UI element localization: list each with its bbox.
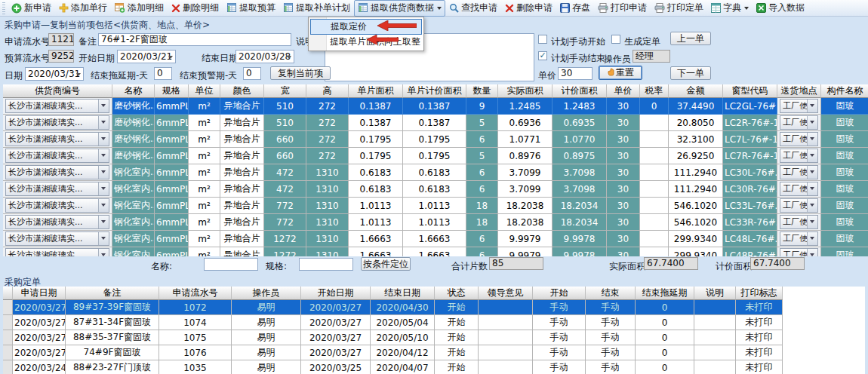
prev-order-button[interactable]: 上一单 [670, 32, 711, 45]
unit-price-field[interactable]: 30 [558, 67, 593, 80]
search-application-button[interactable]: 查找申请 [445, 0, 501, 17]
detail-table-row[interactable]: 长沙市潇湘玻璃实... 钢化室内... 6mmPLE... m² 异地合片 47… [3, 181, 868, 198]
chevron-down-icon[interactable] [98, 216, 109, 228]
cell-supplier-combobox[interactable]: 长沙市潇湘玻璃实... [3, 115, 112, 131]
extract-supplement-plan-button[interactable]: 提取补单计划 [279, 0, 354, 17]
chevron-down-icon[interactable] [807, 166, 817, 179]
detail-table-row[interactable]: 长沙市潇湘玻璃实... 磨砂钢化... 6mmPLE... m² 异地合片 66… [3, 148, 868, 164]
cell-delivery-combobox[interactable]: 工厂使用 [777, 181, 821, 198]
chevron-down-icon[interactable] [98, 133, 109, 146]
detail-table-row[interactable]: 长沙市潇湘玻璃实... 磨砂钢化... 6mmPLE... m² 异地合片 51… [3, 98, 868, 115]
chevron-down-icon[interactable] [98, 182, 109, 195]
extract-supplier-data-button[interactable]: 提取供货商数据 [354, 0, 445, 17]
cell-supplier-combobox[interactable]: 长沙市潇湘玻璃实... [3, 181, 112, 198]
chevron-down-icon[interactable] [807, 232, 817, 245]
order-row[interactable]: 2020/03/27 88#35-37F窗固玻 1075 易明 2020/03/… [3, 330, 783, 345]
col-tax-rate: 税率 [640, 84, 669, 98]
chevron-down-icon[interactable] [807, 116, 817, 129]
row-gutter[interactable] [3, 330, 13, 345]
chevron-down-icon[interactable] [98, 100, 109, 112]
end-delay-field[interactable]: 0 [154, 67, 172, 80]
import-data-button[interactable]: 导入数据 [753, 0, 808, 17]
chevron-down-icon[interactable] [807, 199, 817, 212]
cell-supplier-combobox[interactable]: 长沙市潇湘玻璃实... [3, 98, 112, 115]
remark-field[interactable]: 76#1-2F窗固玻 [98, 33, 291, 46]
chevron-down-icon[interactable] [98, 232, 109, 245]
toolbar-grip[interactable] [2, 2, 5, 14]
cell-delivery-combobox[interactable]: 工厂使用 [777, 115, 821, 131]
row-gutter[interactable] [3, 300, 13, 315]
chevron-down-icon[interactable] [807, 100, 817, 112]
cell-delivery-combobox[interactable]: 工厂使用 [777, 214, 821, 231]
cell-delivery-combobox[interactable]: 工厂使用 [777, 164, 821, 181]
detail-table-row[interactable]: 长沙市潇湘玻璃实... 钢化室内... 6mmPLE... m² 异地合片 77… [3, 198, 868, 214]
filter-name-field[interactable] [204, 258, 258, 271]
detail-table-row[interactable]: 长沙市潇湘玻璃实... 钢化室内... 6mmPLE... m² 异地合片 77… [3, 214, 868, 231]
dictionary-button[interactable]: 字典 [707, 0, 753, 17]
cell-supplier-combobox[interactable]: 长沙市潇湘玻璃实... [3, 198, 112, 214]
detail-table-row[interactable]: 长沙市潇湘玻璃实... 磨砂钢化... 6mmPLE... m² 异地合片 51… [3, 115, 868, 131]
operator-field[interactable]: 经理 [633, 50, 670, 63]
add-single-row-button[interactable]: 添加单行 [55, 0, 111, 17]
detail-table-row[interactable]: 长沙市潇湘玻璃实... 钢化室内... 6mmPLE... m² 异地合片 12… [3, 231, 868, 247]
chevron-down-icon[interactable] [98, 116, 109, 129]
cell-delivery-combobox[interactable]: 工厂使用 [777, 98, 821, 115]
chevron-down-icon[interactable] [98, 149, 109, 162]
detail-table-row[interactable]: 长沙市潇湘玻璃实... 磨砂钢化... 6mmPLE... m² 异地合片 66… [3, 131, 868, 148]
generate-order-checkbox[interactable] [611, 35, 620, 44]
cell-supplier-combobox[interactable]: 长沙市潇湘玻璃实... [3, 164, 112, 181]
end-date-combobox[interactable]: 2020/03/28 [235, 50, 294, 63]
locate-by-condition-button[interactable]: 按条件定位 [361, 257, 411, 271]
chevron-down-icon[interactable] [807, 182, 817, 195]
add-detail-button[interactable]: 添加明细 [111, 0, 168, 17]
save-button[interactable]: 存盘 [556, 0, 594, 17]
cell-supplier-combobox[interactable]: 长沙市潇湘玻璃实... [3, 247, 112, 256]
end-warn-field[interactable]: 0 [243, 67, 261, 80]
cell-delivery-combobox[interactable]: 工厂使用 [777, 131, 821, 148]
cell-supplier-combobox[interactable]: 长沙市潇湘玻璃实... [3, 148, 112, 164]
print-application-button[interactable]: 打印申请 [594, 0, 651, 17]
date-combobox[interactable]: 2020/03/31 [25, 67, 84, 81]
row-gutter[interactable] [3, 345, 13, 360]
chevron-down-icon[interactable] [807, 149, 817, 162]
chevron-down-icon[interactable] [98, 199, 109, 212]
delete-application-button[interactable]: 删除申请 [501, 0, 556, 17]
cell-delivery-combobox[interactable]: 工厂使用 [777, 231, 821, 247]
plan-manual-end-checkbox[interactable] [538, 51, 547, 60]
cell-supplier-combobox[interactable]: 长沙市潇湘玻璃实... [3, 214, 112, 231]
order-row[interactable]: 2020/03/24 88#23-27F门顶玻 1035 易明 2020/03/… [3, 360, 783, 374]
order-row[interactable]: 2020/03/27 89#37-39F窗固玻 1072 易明 2020/03/… [3, 300, 783, 315]
chevron-down-icon[interactable] [98, 249, 109, 256]
plan-manual-start-checkbox[interactable] [538, 35, 547, 44]
new-application-button[interactable]: 新申请 [8, 0, 55, 17]
order-row[interactable]: 2020/03/27 87#31-34F窗固玻 1074 易明 2020/03/… [3, 315, 783, 330]
cell-supplier-combobox[interactable]: 长沙市潇湘玻璃实... [3, 131, 112, 148]
apply-serial-field[interactable]: 1121 [48, 33, 74, 46]
cell-delivery-combobox[interactable]: 工厂使用 [777, 148, 821, 164]
cell-delivery-combobox[interactable]: 工厂使用 [777, 198, 821, 214]
cell-supplier-combobox[interactable]: 长沙市潇湘玻璃实... [3, 231, 112, 247]
chevron-down-icon[interactable] [807, 249, 817, 256]
menu-item-extract-piece-area-roundup[interactable]: 提取单片面积向上取整 [310, 35, 422, 49]
chevron-down-icon[interactable] [98, 166, 109, 179]
copy-current-button[interactable]: 复制当前项 [270, 66, 331, 80]
row-gutter[interactable] [3, 315, 13, 330]
detail-table-row[interactable]: 长沙市潇湘玻璃实... 钢化室内... 6mmPLE... m² 异地合片 12… [3, 247, 868, 256]
cell-tax-rate [640, 181, 669, 198]
delete-detail-button[interactable]: 删除明细 [168, 0, 223, 17]
cell-delivery-combobox[interactable]: 工厂使用 [777, 247, 821, 256]
filter-spec-field[interactable] [299, 258, 353, 271]
extract-budget-button[interactable]: 提取预算 [223, 0, 279, 17]
print-order-button[interactable]: 打印定单 [651, 0, 707, 17]
order-row[interactable]: 2020/03/27 74#9F窗固玻 1076 易明 2020/03/27 2… [3, 345, 783, 360]
reset-button[interactable]: 重置 [599, 66, 642, 80]
row-gutter[interactable] [3, 360, 13, 374]
start-date-combobox[interactable]: 2020/03/21 [117, 50, 176, 63]
cell-apply-serial: 1075 [159, 330, 232, 345]
budget-serial-field[interactable]: 9252 [48, 50, 74, 63]
cell-leader-opinion [479, 315, 533, 330]
next-order-button[interactable]: 下一单 [670, 66, 711, 80]
detail-table-row[interactable]: 长沙市潇湘玻璃实... 钢化室内... 6mmPLE... m² 异地合片 47… [3, 164, 868, 181]
chevron-down-icon[interactable] [807, 133, 817, 146]
chevron-down-icon[interactable] [807, 216, 817, 228]
